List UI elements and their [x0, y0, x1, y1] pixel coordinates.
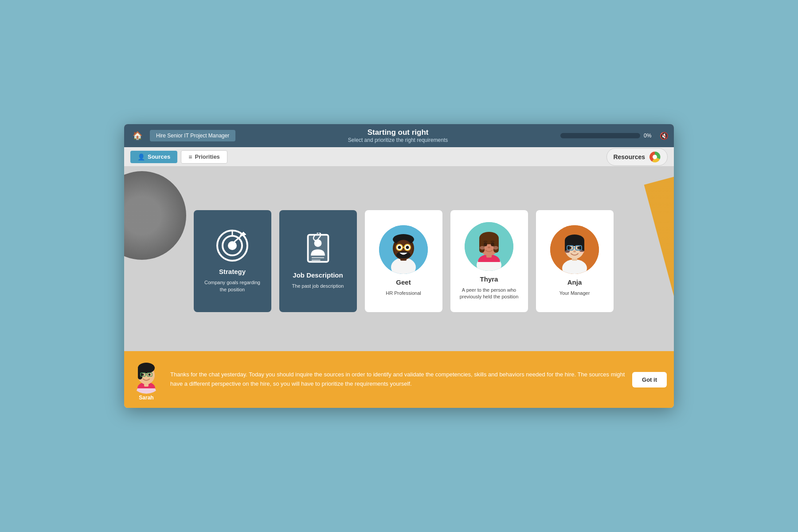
card-strategy[interactable]: Strategy Company goals regarding the pos…: [194, 210, 271, 312]
svg-point-33: [488, 246, 490, 248]
thyra-title: Thyra: [480, 275, 498, 283]
progress-area: 0% 🔇: [560, 132, 669, 140]
sarah-avatar-wrap: Sarah: [129, 358, 164, 401]
svg-point-50: [579, 250, 584, 254]
svg-point-61: [149, 374, 151, 376]
strategy-title: Strategy: [219, 268, 246, 276]
svg-point-31: [484, 242, 487, 246]
svg-point-20: [398, 246, 401, 249]
job-description-icon: [304, 233, 332, 266]
got-it-button[interactable]: Got it: [632, 372, 667, 387]
priorities-icon: ≡: [188, 153, 192, 160]
sources-icon: 👤: [137, 153, 145, 160]
anja-subtitle: Your Manager: [559, 290, 590, 297]
svg-rect-30: [493, 237, 499, 253]
geet-subtitle: HR Professional: [386, 290, 421, 297]
tab-priorities[interactable]: ≡ Priorities: [181, 150, 227, 164]
resources-button[interactable]: Resources: [606, 148, 668, 166]
card-job-description[interactable]: Job Description The past job description: [279, 210, 357, 312]
resources-pie-chart: [649, 151, 661, 163]
sound-button[interactable]: 🔇: [660, 132, 669, 140]
svg-point-48: [573, 250, 576, 252]
top-bar: 🏠 Hire Senior IT Project Manager Startin…: [124, 124, 674, 147]
svg-point-1: [653, 155, 657, 159]
page-title: Starting out right: [240, 128, 556, 137]
home-button[interactable]: 🏠: [129, 128, 145, 144]
thyra-avatar: [465, 222, 513, 271]
svg-point-60: [142, 374, 144, 376]
top-bar-center: Starting out right Select and prioritize…: [240, 128, 556, 143]
svg-point-23: [396, 251, 411, 258]
app-window: 🏠 Hire Senior IT Project Manager Startin…: [124, 124, 674, 408]
geet-title: Geet: [396, 278, 411, 286]
card-geet[interactable]: Geet HR Professional: [365, 210, 442, 312]
geet-avatar: [379, 225, 428, 274]
svg-point-35: [493, 246, 498, 250]
svg-point-21: [406, 246, 409, 249]
card-thyra[interactable]: Thyra A peer to the person who previousl…: [450, 210, 528, 312]
svg-point-4: [228, 241, 237, 250]
svg-point-47: [577, 246, 580, 249]
nav-bar: 👤 Sources ≡ Priorities Resources: [124, 147, 674, 167]
svg-point-49: [565, 250, 570, 254]
svg-rect-29: [479, 237, 485, 253]
strategy-subtitle: Company goals regarding the position: [201, 279, 264, 293]
main-content: Strategy Company goals regarding the pos…: [124, 167, 674, 351]
svg-point-46: [569, 246, 571, 249]
tab-sources[interactable]: 👤 Sources: [130, 151, 177, 163]
progress-label: 0%: [644, 133, 656, 139]
strategy-icon: [216, 229, 249, 262]
progress-bar: [560, 133, 640, 138]
chat-bar: Sarah Thanks for the chat yesterday. Tod…: [124, 351, 674, 408]
svg-point-32: [491, 242, 494, 246]
anja-title: Anja: [567, 278, 582, 286]
thyra-subtitle: A peer to the person who previously held…: [458, 287, 521, 301]
svg-point-34: [480, 246, 485, 250]
job-description-title: Job Description: [293, 271, 343, 279]
tab-priorities-label: Priorities: [195, 153, 219, 160]
sarah-name: Sarah: [139, 395, 153, 401]
svg-rect-56: [138, 367, 142, 379]
anja-avatar: [550, 225, 599, 274]
page-subtitle: Select and prioritize the right requirem…: [240, 137, 556, 143]
job-description-subtitle: The past job description: [292, 283, 344, 289]
tab-sources-label: Sources: [148, 153, 170, 160]
resources-label: Resources: [613, 153, 645, 160]
cards-area: Strategy Company goals regarding the pos…: [124, 167, 674, 351]
chat-message: Thanks for the chat yesterday. Today you…: [170, 370, 626, 389]
card-anja[interactable]: Anja Your Manager: [536, 210, 614, 312]
sarah-avatar: [129, 358, 164, 394]
breadcrumb-button[interactable]: Hire Senior IT Project Manager: [150, 130, 235, 141]
